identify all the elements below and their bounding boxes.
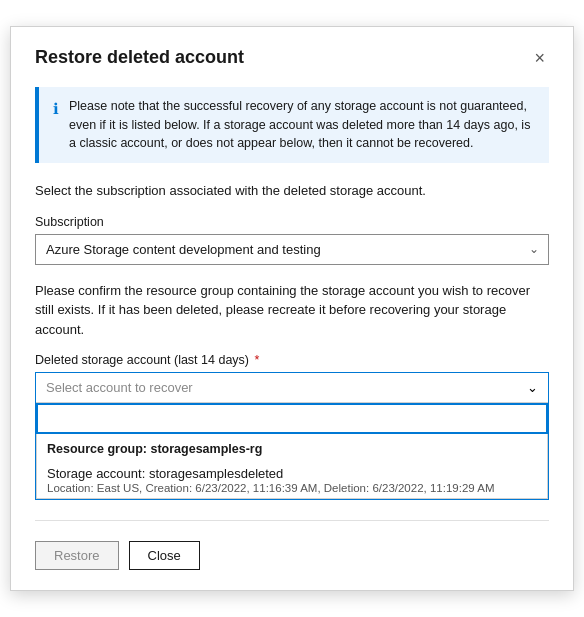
dialog-header: Restore deleted account × <box>35 47 549 69</box>
info-text: Please note that the successful recovery… <box>69 97 535 153</box>
dropdown-item-title: Storage account: storagesamplesdeleted <box>47 466 537 481</box>
restore-button[interactable]: Restore <box>35 541 119 570</box>
dropdown-header[interactable]: Select account to recover ⌄ <box>36 373 548 403</box>
info-icon: ℹ <box>53 98 59 153</box>
required-star: * <box>251 353 259 367</box>
dropdown-placeholder: Select account to recover <box>46 380 193 395</box>
subscription-select[interactable]: Azure Storage content development and te… <box>35 234 549 265</box>
footer-buttons: Restore Close <box>35 541 549 570</box>
close-button[interactable]: Close <box>129 541 200 570</box>
subscription-field-label: Subscription <box>35 215 549 229</box>
dialog-title: Restore deleted account <box>35 47 244 68</box>
dropdown-items-list: Resource group: storagesamples-rg Storag… <box>36 434 548 499</box>
dropdown-group-label: Resource group: storagesamples-rg <box>37 434 547 460</box>
subscription-section-label: Select the subscription associated with … <box>35 181 549 201</box>
divider <box>35 520 549 521</box>
subscription-select-wrapper: Azure Storage content development and te… <box>35 234 549 265</box>
restore-dialog: Restore deleted account × ℹ Please note … <box>10 26 574 591</box>
dropdown-chevron-icon: ⌄ <box>527 380 538 395</box>
deleted-account-label: Deleted storage account (last 14 days) * <box>35 353 549 367</box>
dropdown-item-subtitle: Location: East US, Creation: 6/23/2022, … <box>47 482 537 494</box>
confirm-text: Please confirm the resource group contai… <box>35 281 549 340</box>
search-input[interactable] <box>36 403 548 434</box>
close-icon[interactable]: × <box>530 47 549 69</box>
info-box: ℹ Please note that the successful recove… <box>35 87 549 163</box>
dropdown-item-account[interactable]: Storage account: storagesamplesdeleted L… <box>37 460 547 498</box>
deleted-account-dropdown[interactable]: Select account to recover ⌄ Resource gro… <box>35 372 549 500</box>
